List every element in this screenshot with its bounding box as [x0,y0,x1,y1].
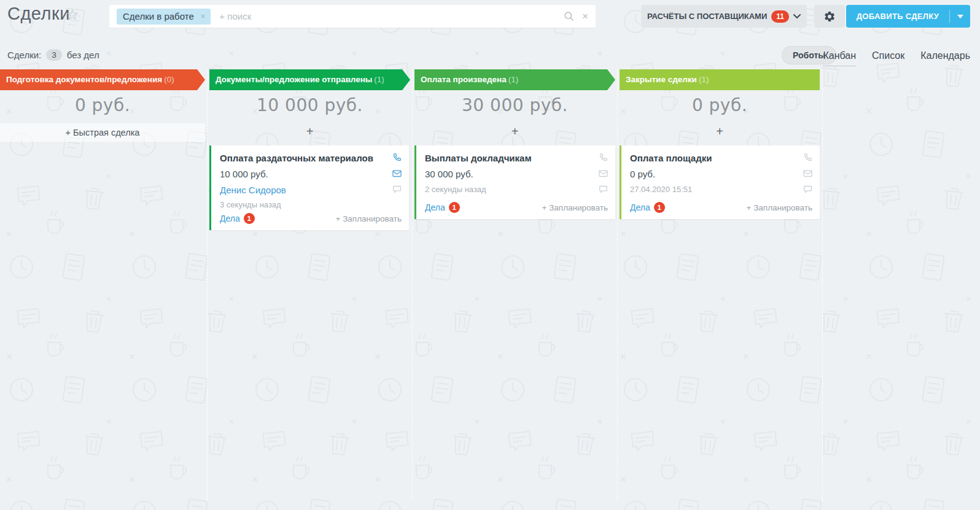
chevron-down-icon [793,14,801,19]
card-footer: Дела 1 + Запланировать [220,213,402,224]
column-separator [822,69,823,501]
column-separator [412,69,413,501]
deal-price: 10 000 руб. [220,169,402,179]
column-header-sent: Документы/предложение отправлены(1) [209,69,410,90]
add-deal-button[interactable]: ДОБАВИТЬ СДЕЛКУ [846,5,970,28]
comment-icon[interactable] [598,184,609,195]
deal-price: 0 руб. [630,169,812,179]
suppliers-pipeline-label: РАСЧЁТЫ С ПОСТАВЩИКАМИ [647,12,767,21]
tasks-label: Дела [220,214,240,223]
tasks-label: Дела [425,203,445,212]
deal-price: 30 000 руб. [425,169,608,179]
quick-deal-button[interactable]: + Быстрая сделка [0,123,205,142]
deals-count-badge: 3 [46,49,62,61]
deals-counter-label: Сделки: [7,50,41,60]
deal-timestamp: 27.04.2020 15:51 [630,185,812,194]
clear-search-icon[interactable]: × [582,11,588,21]
column-separator [207,69,208,501]
remove-filter-icon[interactable]: × [201,12,206,21]
search-filter-tag-label: Сделки в работе [123,11,194,21]
card-footer: Дела 1 + Запланировать [630,202,812,213]
deal-title[interactable]: Оплата раздаточных материалов [220,153,402,163]
view-tabs: Канбан Список Календарь [823,50,970,66]
no-tasks-filter[interactable]: без дел [67,50,99,60]
column-count: (1) [374,75,384,84]
card-footer: Дела 1 + Запланировать [425,202,608,213]
phone-icon[interactable] [392,152,402,163]
phone-icon[interactable] [598,152,609,163]
add-card-button[interactable]: + [620,122,820,141]
tasks-link[interactable]: Дела 1 [425,202,460,213]
deal-title[interactable]: Выплаты докладчикам [425,153,608,163]
deal-card[interactable]: Оплата раздаточных материалов 10 000 руб… [209,145,409,230]
deal-timestamp: 2 секунды назад [425,185,608,194]
column-sum: 10 000 руб. [209,95,410,118]
caret-down-icon [957,15,963,18]
column-name: Подготовка документов/предложения [6,75,162,84]
settings-button[interactable] [814,5,845,28]
column-sum: 0 руб. [0,95,205,118]
column-sum: 0 руб. [620,95,820,118]
deal-timestamp: 3 секунды назад [220,200,402,209]
comment-icon[interactable] [392,184,402,195]
add-deal-dropdown[interactable] [950,5,970,28]
deal-card[interactable]: Оплата площадки 0 руб. 27.04.2020 15:51 … [620,145,820,219]
gear-icon [823,10,836,23]
tab-calendar[interactable]: Календарь [920,50,970,66]
favorite-star-icon[interactable]: ☆ [66,6,79,23]
card-action-icons [392,152,402,195]
tasks-link[interactable]: Дела 1 [220,213,255,224]
search-icon[interactable] [564,11,574,21]
comment-icon[interactable] [803,184,813,195]
mail-icon[interactable] [392,168,402,179]
schedule-link[interactable]: + Запланировать [747,203,812,212]
deal-title[interactable]: Оплата площадки [630,153,812,163]
column-count: (0) [164,75,174,84]
deal-card[interactable]: Выплаты докладчикам 30 000 руб. 2 секунд… [414,145,615,219]
column-sum: 30 000 руб. [414,95,615,118]
column-count: (1) [508,75,519,84]
kanban-board: Подготовка документов/предложения(0) Док… [0,69,980,510]
search-filter-tag[interactable]: Сделки в работе × [117,9,211,25]
search-input[interactable]: + поиск [219,11,564,21]
column-name: Документы/предложение отправлены [216,75,372,84]
mail-icon[interactable] [803,168,813,179]
tasks-count-badge: 1 [449,202,460,213]
column-count: (1) [699,75,709,84]
schedule-link[interactable]: + Запланировать [542,203,608,212]
tasks-count-badge: 1 [654,202,665,213]
mail-icon[interactable] [598,168,609,179]
column-header-paid: Оплата произведена(1) [414,69,615,90]
column-header-closed: Закрытие сделки(1) [620,69,820,90]
column-separator [617,69,618,501]
tasks-link[interactable]: Дела 1 [630,202,665,213]
phone-icon[interactable] [803,152,813,163]
tab-list[interactable]: Список [872,50,904,66]
tab-kanban[interactable]: Канбан [823,50,856,66]
column-name: Закрытие сделки [626,75,697,84]
suppliers-pipeline-button[interactable]: РАСЧЁТЫ С ПОСТАВЩИКАМИ 11 [641,5,807,28]
card-action-icons [803,152,813,195]
add-card-button[interactable]: + [209,122,410,141]
add-deal-label: ДОБАВИТЬ СДЕЛКУ [846,5,949,28]
schedule-link[interactable]: + Запланировать [336,214,402,223]
column-header-preparing: Подготовка документов/предложения(0) [0,69,205,90]
column-name: Оплата произведена [421,75,507,84]
deals-counter: Сделки: 3 без дел [7,49,99,61]
deals-kanban-page: Сделки ☆ Сделки в работе × + поиск × РАС… [0,0,980,510]
card-action-icons [598,152,609,195]
tasks-label: Дела [630,203,650,212]
deal-contact-link[interactable]: Денис Сидоров [220,185,402,195]
add-card-button[interactable]: + [414,122,615,141]
tasks-count-badge: 1 [244,213,255,224]
search-bar[interactable]: Сделки в работе × + поиск × [109,5,596,28]
suppliers-count-badge: 11 [771,10,789,23]
page-title: Сделки [7,4,70,24]
